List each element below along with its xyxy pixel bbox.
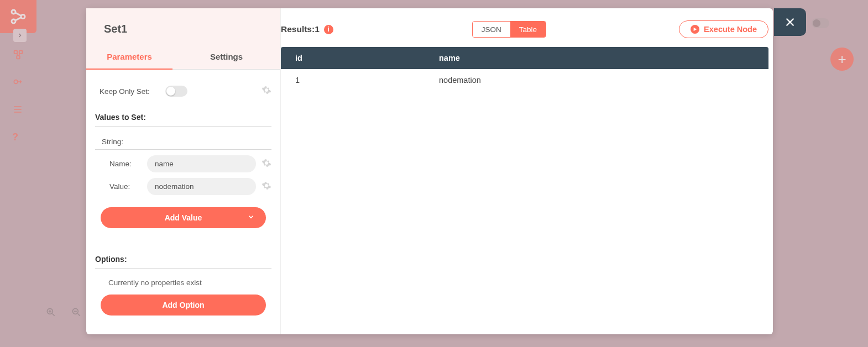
svg-rect-4 bbox=[19, 51, 23, 54]
view-table-button[interactable]: Table bbox=[510, 22, 546, 37]
col-id: id bbox=[281, 47, 425, 69]
col-name: name bbox=[425, 47, 768, 69]
cell-name: nodemation bbox=[425, 69, 768, 91]
app-logo bbox=[0, 0, 36, 33]
table-row: 1 nodemation bbox=[281, 69, 768, 91]
gear-icon[interactable] bbox=[262, 158, 271, 170]
info-icon[interactable]: i bbox=[324, 25, 333, 34]
add-value-label: Add Value bbox=[165, 213, 202, 222]
expand-sidebar-icon bbox=[13, 29, 27, 42]
zoom-out-icon bbox=[71, 307, 82, 320]
add-value-button[interactable]: Add Value bbox=[101, 207, 266, 228]
results-panel: Results: 1 i JSON Table Exe bbox=[281, 8, 773, 334]
value-input[interactable] bbox=[147, 178, 256, 195]
zoom-controls bbox=[45, 307, 82, 320]
svg-point-1 bbox=[12, 19, 15, 23]
value-label: Value: bbox=[109, 182, 142, 191]
name-field-row: Name: bbox=[94, 150, 273, 172]
results-label: Results: bbox=[281, 24, 315, 34]
workflows-icon bbox=[12, 49, 24, 61]
add-option-button[interactable]: Add Option bbox=[101, 295, 266, 316]
gear-icon[interactable] bbox=[262, 181, 271, 193]
chevron-down-icon bbox=[247, 213, 255, 223]
svg-rect-3 bbox=[14, 51, 18, 54]
workflow-active-toggle bbox=[812, 18, 829, 28]
help-icon: ? bbox=[12, 132, 24, 144]
results-count-value: 1 bbox=[315, 24, 320, 34]
name-input[interactable] bbox=[147, 155, 256, 172]
keep-only-set-row: Keep Only Set: bbox=[94, 77, 273, 103]
play-icon bbox=[691, 25, 699, 34]
node-title: Set1 bbox=[86, 8, 280, 45]
panel-body: Keep Only Set: Values to Set: String: Na… bbox=[86, 70, 280, 316]
executions-icon bbox=[12, 104, 24, 116]
results-count: Results: 1 i bbox=[281, 24, 333, 34]
cell-id: 1 bbox=[281, 69, 425, 91]
options-header: Options: bbox=[95, 245, 271, 269]
credentials-icon bbox=[12, 76, 24, 88]
no-properties-text: Currently no properties exist bbox=[94, 269, 273, 287]
values-to-set-header: Values to Set: bbox=[95, 103, 271, 127]
panel-header: Set1 Parameters Settings bbox=[86, 8, 280, 70]
tab-parameters[interactable]: Parameters bbox=[86, 45, 172, 70]
value-field-row: Value: bbox=[94, 172, 273, 195]
name-label: Name: bbox=[109, 160, 142, 168]
string-section-header: String: bbox=[95, 127, 271, 150]
app-sidebar: ? bbox=[0, 0, 36, 347]
zoom-in-icon bbox=[45, 307, 56, 320]
results-bar: Results: 1 i JSON Table Exe bbox=[281, 8, 773, 47]
tab-settings[interactable]: Settings bbox=[172, 45, 280, 70]
table-header-row: id name bbox=[281, 47, 768, 69]
execute-node-button[interactable]: Execute Node bbox=[679, 20, 768, 38]
execute-node-label: Execute Node bbox=[704, 25, 757, 34]
node-parameters-panel: Set1 Parameters Settings Keep Only Set: … bbox=[86, 8, 281, 334]
node-editor-modal: Set1 Parameters Settings Keep Only Set: … bbox=[86, 8, 773, 334]
close-button[interactable] bbox=[774, 8, 806, 36]
svg-point-2 bbox=[21, 14, 25, 18]
svg-rect-5 bbox=[17, 56, 20, 59]
gear-icon[interactable] bbox=[262, 85, 271, 97]
results-table: id name 1 nodemation bbox=[281, 47, 768, 91]
close-icon bbox=[784, 16, 796, 28]
keep-only-set-label: Keep Only Set: bbox=[100, 87, 150, 96]
panel-tabs: Parameters Settings bbox=[86, 45, 280, 70]
keep-only-set-toggle[interactable] bbox=[165, 86, 187, 97]
svg-point-0 bbox=[12, 10, 15, 14]
svg-point-6 bbox=[14, 80, 18, 84]
add-option-label: Add Option bbox=[162, 301, 204, 309]
add-node-fab: + bbox=[830, 48, 854, 71]
view-json-button[interactable]: JSON bbox=[473, 22, 510, 37]
view-toggle: JSON Table bbox=[472, 21, 546, 38]
